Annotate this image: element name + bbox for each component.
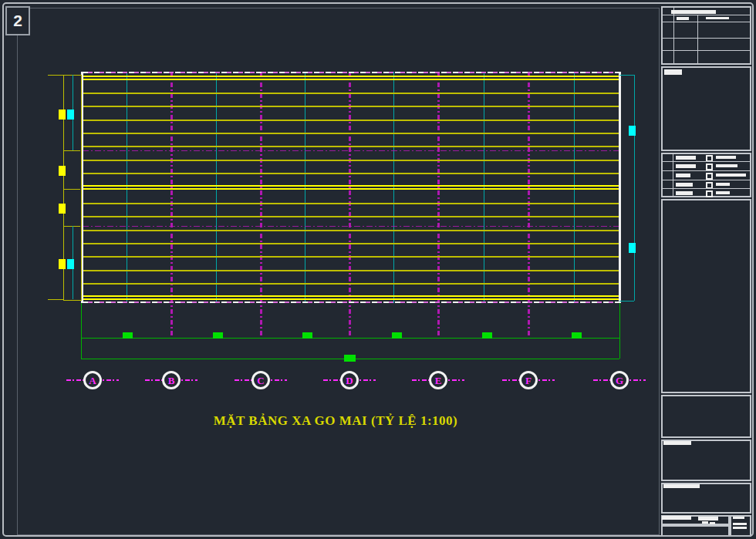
title-block-text-bar: [706, 17, 729, 19]
title-block-text-bar: [733, 527, 747, 529]
left-truss-divider: [63, 150, 80, 151]
edge-purlin-line[interactable]: [83, 188, 619, 190]
title-block-text-bar: [733, 523, 747, 525]
title-block-text-bar: [662, 516, 691, 520]
right-bracket-line[interactable]: [634, 75, 635, 301]
purlin-line[interactable]: [83, 243, 619, 244]
edge-purlin-line[interactable]: [83, 185, 619, 187]
yellow-marker[interactable]: [59, 259, 66, 269]
stamp-box-left-2: [661, 525, 730, 537]
cad-sheet: 2 ABCDEFG MẶT BẢNG XA GO MAI (TỶ LỆ 1:10…: [0, 0, 756, 539]
table-line: [661, 22, 751, 22]
grid-bubble[interactable]: B: [162, 371, 181, 389]
legend-right-bar: [716, 173, 746, 177]
grid-bubble-label: C: [257, 376, 264, 386]
legend-checkbox[interactable]: [706, 190, 713, 197]
viewport-number-box[interactable]: 2: [5, 6, 30, 35]
dim-tick: [482, 332, 492, 339]
grid-bubble[interactable]: C: [251, 371, 270, 389]
dim-line-1[interactable]: [81, 338, 619, 339]
legend-row-line: [661, 170, 751, 171]
eave-outline-bottom[interactable]: [83, 302, 619, 303]
cyan-marker[interactable]: [629, 126, 636, 136]
legend-right-bar: [716, 156, 736, 159]
yellow-marker[interactable]: [59, 166, 66, 176]
legend-left-bar: [676, 173, 690, 177]
edge-purlin-line[interactable]: [83, 298, 619, 300]
grid-bubble[interactable]: D: [340, 371, 359, 389]
edge-purlin-line[interactable]: [83, 295, 619, 297]
legend-left-bar: [676, 183, 693, 187]
legend-checkbox[interactable]: [706, 163, 713, 170]
title-block-text-bar: [664, 69, 682, 75]
title-block-text-bar: [671, 10, 716, 14]
grid-bubble-label: B: [168, 376, 175, 386]
edge-purlin-line[interactable]: [83, 76, 619, 77]
legend-right-bar: [716, 164, 737, 167]
purlin-line[interactable]: [83, 106, 619, 107]
table-line: [661, 50, 751, 51]
cyan-marker[interactable]: [67, 259, 74, 269]
yellow-marker[interactable]: [59, 204, 66, 214]
grid-bubble-label: A: [89, 376, 96, 386]
title-block-text-bar: [677, 17, 689, 20]
table-line: [673, 6, 674, 65]
table-line: [697, 15, 698, 65]
purlin-line[interactable]: [83, 203, 619, 204]
title-block-text-bar: [733, 517, 744, 519]
grid-bubble-label: G: [616, 376, 623, 386]
purlin-line[interactable]: [83, 230, 619, 231]
legend-left-bar: [676, 164, 696, 168]
purlin-line[interactable]: [83, 120, 619, 121]
sag-rod-line[interactable]: [83, 226, 619, 227]
legend-row-line: [661, 180, 751, 180]
grid-bubble[interactable]: F: [519, 371, 538, 389]
left-truss-divider: [63, 189, 80, 190]
legend-checkbox[interactable]: [706, 173, 713, 180]
title-block-text-bar: [663, 484, 700, 488]
purlin-line[interactable]: [83, 160, 619, 161]
grid-bubble[interactable]: A: [83, 371, 102, 389]
legend-divider: [673, 153, 673, 197]
dim-extension-left: [81, 303, 82, 359]
grid-bubble-label: D: [346, 376, 353, 386]
dim-tick: [392, 332, 402, 339]
viewport-number: 2: [13, 12, 22, 30]
right-bracket-stub-top: [619, 75, 634, 76]
dim-tick: [123, 332, 133, 339]
drawing-info-box: [661, 66, 751, 151]
title-block-text-bar: [663, 441, 691, 445]
purlin-line[interactable]: [83, 133, 619, 134]
legend-right-bar: [716, 191, 730, 194]
drawing-title[interactable]: MẶT BẢNG XA GO MAI (TỶ LỆ 1:100): [185, 413, 486, 430]
cyan-marker[interactable]: [67, 109, 74, 120]
grid-bubble-label: E: [435, 376, 442, 386]
title-block-text-bar: [710, 522, 715, 524]
tall-box: [661, 199, 751, 393]
grid-bubble[interactable]: G: [610, 371, 629, 389]
dim-extension-right: [619, 303, 620, 359]
detail-box-2: [661, 440, 751, 481]
eave-outline-top[interactable]: [83, 72, 619, 73]
legend-left-bar: [676, 191, 693, 195]
purlin-line[interactable]: [83, 283, 619, 285]
cyan-marker[interactable]: [629, 243, 636, 253]
left-tick: [48, 299, 63, 300]
table-line: [661, 38, 751, 39]
edge-purlin-line[interactable]: [83, 79, 619, 80]
frame-edge-right[interactable]: [619, 72, 621, 303]
yellow-marker[interactable]: [59, 109, 66, 120]
sag-rod-line[interactable]: [83, 150, 619, 151]
right-bracket-stub-bottom: [619, 301, 634, 302]
left-truss-divider: [63, 226, 80, 227]
purlin-line[interactable]: [83, 270, 619, 271]
purlin-line[interactable]: [83, 173, 619, 174]
purlin-line[interactable]: [83, 256, 619, 258]
grid-bubble[interactable]: E: [429, 371, 447, 389]
purlin-line[interactable]: [83, 93, 619, 94]
left-tick: [48, 75, 63, 76]
purlin-line[interactable]: [83, 216, 619, 217]
legend-row-line: [661, 161, 751, 162]
purlin-line[interactable]: [83, 146, 619, 147]
dim-tick: [344, 355, 356, 362]
